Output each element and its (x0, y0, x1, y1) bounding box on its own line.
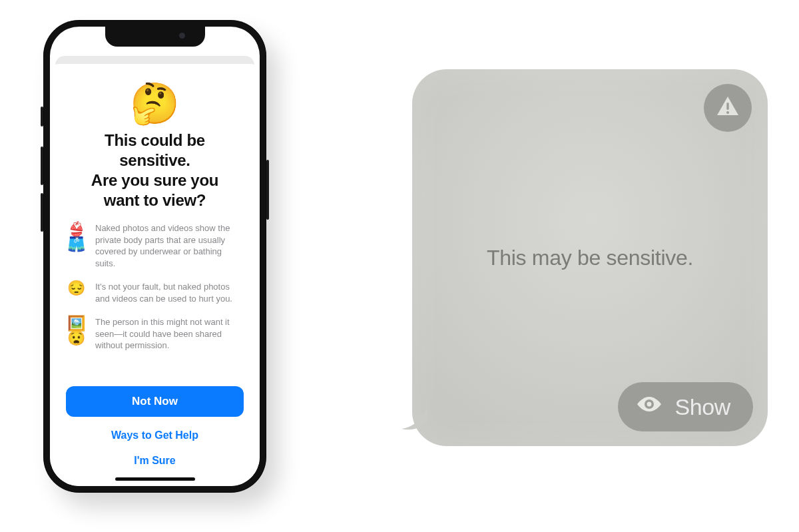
battery-icon (228, 37, 245, 45)
side-button (41, 146, 43, 185)
bullet-text: The person in this might not want it see… (95, 316, 244, 352)
svg-point-8 (726, 111, 729, 114)
show-button-label: Show (675, 394, 730, 420)
warning-icon (714, 93, 741, 123)
wifi-icon (212, 37, 224, 45)
svg-rect-6 (244, 40, 245, 43)
bullet-text: It's not your fault, but naked photos an… (95, 281, 244, 304)
picture-icon: 🖼️😧 (66, 316, 86, 352)
ways-to-get-help-button[interactable]: Ways to Get Help (107, 429, 202, 442)
show-button[interactable]: Show (618, 382, 753, 431)
side-button (41, 107, 43, 127)
sensitive-message-bubble: This may be sensitive. Show (412, 69, 768, 446)
phone-notch (105, 27, 205, 47)
bubble-tail (401, 405, 428, 431)
status-time: 9:41 (67, 36, 87, 47)
side-button (266, 160, 269, 220)
sensitive-content-dialog: 🤔 This could be sensitive. Are you sure … (50, 64, 260, 486)
bullet-text: Naked photos and videos show the private… (95, 222, 244, 269)
svg-rect-7 (726, 103, 728, 110)
side-button (41, 193, 43, 232)
sensitive-message-text: This may be sensitive. (412, 246, 768, 270)
thinking-emoji-icon: 🤔 (130, 84, 180, 124)
swimsuit-icon: 👙🩳 (66, 222, 86, 269)
bullet-item: 🖼️😧 The person in this might not want it… (66, 316, 244, 352)
bullet-item: 👙🩳 Naked photos and videos show the priv… (66, 222, 244, 269)
phone-screen: 9:41 🤔 This could be sensitive. Are you … (50, 27, 260, 486)
svg-rect-5 (229, 39, 242, 44)
im-sure-button[interactable]: I'm Sure (130, 454, 180, 467)
sad-emoji-icon: 😔 (66, 281, 86, 304)
dialog-title: This could be sensitive. Are you sure yo… (91, 131, 218, 210)
svg-point-10 (647, 402, 651, 407)
bullet-item: 😔 It's not your fault, but naked photos … (66, 281, 244, 304)
dialog-bullets: 👙🩳 Naked photos and videos show the priv… (66, 222, 244, 364)
warning-badge (704, 84, 752, 132)
svg-rect-3 (206, 37, 208, 45)
iphone-device-frame: 9:41 🤔 This could be sensitive. Are you … (43, 20, 266, 493)
dialog-actions: Not Now Ways to Get Help I'm Sure (66, 386, 244, 486)
eye-icon (635, 390, 663, 423)
not-now-button[interactable]: Not Now (66, 386, 244, 417)
home-indicator[interactable] (115, 477, 195, 481)
message-bubble[interactable]: This may be sensitive. Show (412, 69, 768, 446)
